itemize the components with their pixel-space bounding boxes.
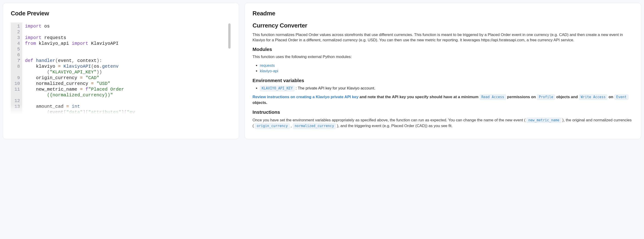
gutter-line-continuation bbox=[14, 69, 20, 75]
chip-origin-currency: origin_currency bbox=[255, 123, 290, 129]
instructions-paragraph: Once you have set the environment variab… bbox=[252, 117, 633, 129]
chip-profile: Profile bbox=[537, 95, 555, 100]
gutter-line: 8 bbox=[14, 64, 20, 69]
modules-heading: Modules bbox=[252, 47, 633, 52]
module-link-requests[interactable]: requests bbox=[260, 63, 275, 68]
modules-list: requests klaviyo-api bbox=[252, 63, 633, 74]
gutter-line: 6 bbox=[14, 52, 20, 58]
instr-text-1: Once you have set the environment variab… bbox=[252, 118, 527, 122]
instructions-heading: Instructions bbox=[252, 109, 633, 115]
code-editor[interactable]: 12345678 91011 1213 import os import req… bbox=[11, 23, 231, 117]
code-preview-title: Code Preview bbox=[11, 10, 231, 17]
gutter-line: 12 bbox=[14, 98, 20, 104]
env-var-item: KLAVIYO_API_KEY : The private API key fo… bbox=[260, 86, 633, 91]
env-var-chip: KLAVIYO_API_KEY bbox=[260, 86, 294, 91]
gutter-line: 3 bbox=[14, 35, 20, 41]
readme-heading: Currency Converter bbox=[252, 22, 633, 29]
chip-new-metric: new_metric_name bbox=[526, 118, 561, 123]
gutter-line: 10 bbox=[14, 81, 20, 87]
gutter-line: 9 bbox=[14, 75, 20, 81]
gutter-line-continuation bbox=[14, 109, 20, 115]
chip-read-access: Read Access bbox=[480, 95, 506, 100]
review-text-4: on bbox=[607, 95, 614, 99]
gutter-line: 11 bbox=[14, 87, 20, 92]
gutter-line: 5 bbox=[14, 46, 20, 52]
review-paragraph: Review instructions on creating a Klaviy… bbox=[252, 94, 633, 106]
code-preview-panel: Code Preview 12345678 91011 1213 import … bbox=[3, 3, 239, 139]
review-text-2: permissions on bbox=[506, 95, 537, 99]
scrollbar-thumb[interactable] bbox=[228, 23, 230, 49]
scrollbar-track[interactable] bbox=[228, 23, 230, 117]
review-link[interactable]: Review instructions on creating a Klaviy… bbox=[252, 95, 358, 99]
env-heading: Environment variables bbox=[252, 78, 633, 83]
readme-panel: Readme Currency Converter This function … bbox=[244, 3, 641, 139]
gutter-line-continuation bbox=[14, 92, 20, 98]
chip-event: Event bbox=[614, 95, 628, 100]
review-text-5: objects. bbox=[252, 100, 267, 105]
gutter-line: 2 bbox=[14, 29, 20, 35]
code-gutter: 12345678 91011 1213 bbox=[11, 23, 22, 117]
gutter-line: 4 bbox=[14, 41, 20, 46]
review-text-1: and note that the API key you specify sh… bbox=[358, 95, 480, 99]
gutter-line: 7 bbox=[14, 58, 20, 64]
modules-intro: This function uses the following externa… bbox=[252, 54, 633, 60]
env-var-list: KLAVIYO_API_KEY : The private API key fo… bbox=[252, 86, 633, 91]
gutter-line: 1 bbox=[14, 23, 20, 29]
instr-text-3: ), and the triggering event (e.g. Placed… bbox=[336, 124, 452, 128]
readme-title: Readme bbox=[252, 10, 633, 17]
readme-intro: This function normalizes Placed Order va… bbox=[252, 32, 633, 43]
chip-write-access: Write Access bbox=[579, 95, 607, 100]
module-link-klaviyo-api[interactable]: klaviyo-api bbox=[260, 69, 278, 73]
review-text-3: objects and bbox=[555, 95, 579, 99]
chip-normalized-currency: normalized_currency bbox=[293, 123, 336, 129]
env-var-desc: : The private API key for your Klaviyo a… bbox=[294, 86, 375, 90]
code-body[interactable]: import os import requests from klaviyo_a… bbox=[22, 23, 231, 117]
instr-comma: , bbox=[290, 124, 293, 128]
gutter-line: 13 bbox=[14, 104, 20, 109]
